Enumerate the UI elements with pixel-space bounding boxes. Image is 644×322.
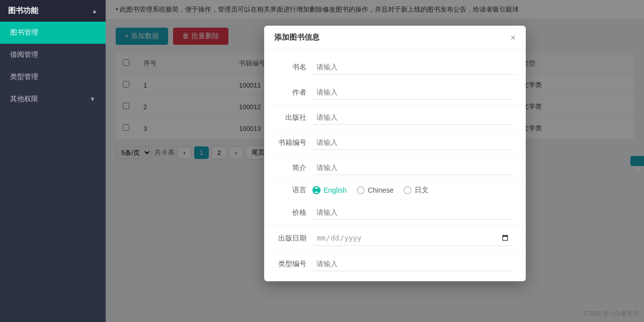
field-type-code: 类型编号 [264,252,526,276]
radio-english-circle [312,186,320,194]
main-content: • 此图书管理系统极简，便于操作，管理员可以在相关界面进行增加删除修改图书的操作… [106,0,644,322]
sidebar-item-other-permissions[interactable]: 其他权限 ▼ [0,88,106,110]
sidebar-item-type-management[interactable]: 类型管理 [0,66,106,88]
pub-date-label: 出版日期 [276,234,312,243]
field-publisher: 出版社 [264,105,526,130]
intro-label: 简介 [276,164,312,173]
sidebar: 图书功能 ▲ 图书管理 借阅管理 类型管理 其他权限 ▼ [0,0,106,322]
other-permissions-label: 其他权限 [10,95,38,104]
chevron-up-icon: ▲ [92,8,98,15]
radio-japanese[interactable]: 日文 [404,186,429,195]
radio-chinese-circle [357,186,365,194]
radio-english[interactable]: English [312,186,347,194]
sidebar-item-book-management[interactable]: 图书管理 [0,22,106,44]
radio-english-dot [313,188,316,192]
radio-japanese-label: 日文 [415,186,429,195]
field-pub-date: 出版日期 [264,225,526,252]
field-book-name: 书名 [264,55,526,80]
language-label: 语言 [276,186,312,195]
publisher-label: 出版社 [276,113,312,122]
sidebar-title: 图书功能 [8,6,38,16]
sidebar-item-label: 图书管理 [10,28,38,36]
author-label: 作者 [276,88,312,97]
field-author: 作者 [264,80,526,105]
radio-japanese-circle [404,186,412,194]
radio-chinese[interactable]: Chinese [357,186,393,194]
modal-close-button[interactable]: × [510,33,516,42]
chevron-down-icon: ▼ [90,96,96,103]
book-code-label: 书籍编号 [276,138,312,147]
intro-input[interactable] [312,160,514,175]
book-name-input[interactable] [312,60,514,74]
field-intro: 简介 [264,155,526,181]
type-code-input[interactable] [312,257,514,271]
publisher-input[interactable] [312,110,514,125]
field-book-code: 书籍编号 [264,130,526,155]
pub-date-input[interactable] [312,230,514,246]
add-book-modal: 添加图书信息 × 书名 作者 出版社 [264,26,526,281]
sidebar-item-label: 类型管理 [10,72,38,80]
modal-title: 添加图书信息 [274,33,319,42]
language-radio-group: English Chinese 日文 [312,186,514,195]
sidebar-item-borrow-management[interactable]: 借阅管理 [0,44,106,66]
modal-header: 添加图书信息 × [264,26,526,50]
sidebar-header[interactable]: 图书功能 ▲ [0,0,106,22]
book-code-input[interactable] [312,135,514,150]
author-input[interactable] [312,85,514,100]
book-name-label: 书名 [276,63,312,72]
field-language: 语言 English Chinese [264,181,526,200]
type-code-label: 类型编号 [276,260,312,269]
sidebar-item-label: 借阅管理 [10,50,38,58]
price-label: 价格 [276,208,312,217]
radio-english-label: English [324,186,347,194]
price-input[interactable] [312,205,514,220]
modal-body: 书名 作者 出版社 书籍编号 [264,50,526,281]
field-price: 价格 [264,200,526,225]
radio-chinese-label: Chinese [368,186,393,194]
modal-overlay: 添加图书信息 × 书名 作者 出版社 [106,0,644,322]
